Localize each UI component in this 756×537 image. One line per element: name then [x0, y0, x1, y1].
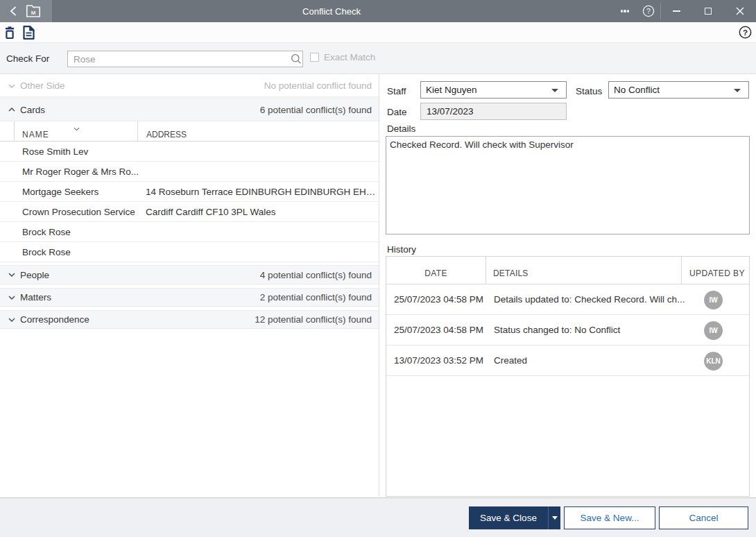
svg-text:?: ? — [743, 28, 748, 37]
svg-text:M: M — [31, 10, 36, 16]
svg-text:?: ? — [646, 7, 651, 15]
